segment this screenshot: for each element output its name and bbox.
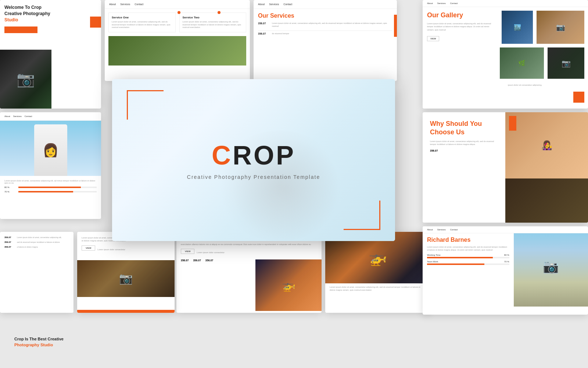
richard-skills: Working Time 80 % Team Work 70 % xyxy=(427,254,509,265)
skills-image: 👩 xyxy=(0,121,101,176)
richard-skill-2: Team Work 70 % xyxy=(427,261,509,265)
crop-subtitle: Creative Photography Presentation Templa… xyxy=(187,174,320,180)
nav-services-r[interactable]: Services xyxy=(437,229,446,231)
orange-dot-2 xyxy=(218,11,220,14)
main-background: CROP Creative Photography Presentation T… xyxy=(112,79,395,241)
stat-row-2: 356.07 sed do eiusmod tempor incididunt … xyxy=(4,241,69,244)
nav-contact[interactable]: Contact xyxy=(135,3,143,6)
footer-text: Crop Is The Best Creative Photography St… xyxy=(14,336,64,348)
gallery-img-2: 🏙️ xyxy=(502,11,533,44)
nav-services[interactable]: Services xyxy=(120,3,130,6)
orange-bar-right xyxy=(394,15,397,37)
mcl-lorem: Lorem ipsum dolor consectetur xyxy=(97,248,125,251)
choose-us-image: 🚁 xyxy=(255,259,322,311)
richard-nav: About Services Contact xyxy=(423,226,588,233)
nav-services-2[interactable]: Services xyxy=(269,3,279,6)
corner-bracket-br xyxy=(344,201,380,230)
stat-row-3: 356.07 ul labore et dolore magna xyxy=(4,246,69,248)
gallery-desc: Lorem ipsum dolor sit amet, consectetur … xyxy=(427,22,493,31)
os-row-1: 356.07 Lorem ipsum dolor sit amet, conse… xyxy=(258,22,392,28)
orange-strip xyxy=(77,310,175,313)
service-2-desc: Lorem ipsum dolor sit amet, consectetur … xyxy=(183,21,243,29)
welcome-orange: Studio xyxy=(4,17,18,22)
why-left: Why Should You Choose Us Lorem ipsum dol… xyxy=(423,112,505,223)
corner-bracket-tl xyxy=(127,90,164,120)
nav-services-sk[interactable]: Services xyxy=(13,115,22,117)
richard-image: 📷 xyxy=(514,226,588,307)
richard-card: About Services Contact Richard Barnes Lo… xyxy=(423,226,588,315)
orange-bar xyxy=(4,26,37,33)
why-right: 👩‍🎤 xyxy=(505,112,588,223)
stat-row-1: 356.07 Lorem ipsum dolor sit amet, conse… xyxy=(4,236,69,239)
why-orange-accent xyxy=(509,116,516,131)
stats-card: 356.07 Lorem ipsum dolor sit amet, conse… xyxy=(0,232,74,313)
rs-bar-1-bg xyxy=(427,257,509,258)
skill-bar-2 xyxy=(18,191,97,192)
why-num: 356.07 xyxy=(430,149,498,152)
choose-us-card: Choose Us exercitation ullamco laboris n… xyxy=(176,232,322,313)
main-card: CROP Creative Photography Presentation T… xyxy=(112,79,395,241)
richard-desc: Lorem ipsum dolor sit amet, consectetur … xyxy=(427,245,509,252)
nav-services-g[interactable]: Services xyxy=(437,2,446,4)
service-image xyxy=(108,36,246,66)
service-2-title: Service Two xyxy=(183,16,243,19)
nav-contact-2[interactable]: Contact xyxy=(283,3,292,6)
gallery-lorem: ipsum dolor sit consectetur adipiscing. xyxy=(508,84,542,86)
crop-logo: CROP xyxy=(212,140,295,170)
rs-bar-2-bg xyxy=(427,263,509,265)
our-services-nav: About Services Contact xyxy=(254,0,397,9)
nav-about-r[interactable]: About xyxy=(427,229,433,231)
welcome-card: Welcome To Crop Creative Photography Stu… xyxy=(0,0,101,109)
why-card: Why Should You Choose Us Lorem ipsum dol… xyxy=(423,112,588,223)
camera-image xyxy=(0,50,51,109)
gallery-nav: About Services Contact xyxy=(423,0,588,7)
nav-about-sk[interactable]: About xyxy=(4,115,10,117)
mid-center-left-card: Lorem ipsum dolor sit amet, consectetur … xyxy=(77,232,175,313)
services-nav: About Services Contact xyxy=(105,0,250,9)
gallery-view-btn[interactable]: VIEW xyxy=(427,36,439,41)
choose-us-desc: exercitation ullamco laboris nisi ut ali… xyxy=(181,243,317,246)
os-divider xyxy=(258,31,392,31)
why-img-top: 👩‍🎤 xyxy=(505,112,588,178)
gallery-card: About Services Contact Our Gallery Lorem… xyxy=(423,0,588,109)
richard-name: Richard Barnes xyxy=(427,237,509,243)
richard-left: Richard Barnes Lorem ipsum dolor sit ame… xyxy=(423,226,514,307)
richard-skill-1: Working Time 80 % xyxy=(427,254,509,258)
skills-lorem: Lorem ipsum dolor sit amet, consectetur … xyxy=(4,180,97,184)
stats-content: 356.07 Lorem ipsum dolor sit amet, conse… xyxy=(0,232,74,255)
skills-card: About Services Contact 👩 Lorem ipsum dol… xyxy=(0,112,101,219)
mcl-image: 📷 xyxy=(77,260,175,297)
why-title: Why Should You Choose Us xyxy=(430,120,498,137)
welcome-title: Welcome To Crop Creative Photography Stu… xyxy=(4,4,97,23)
nav-contact-r[interactable]: Contact xyxy=(450,229,458,231)
skills-bars: Lorem ipsum dolor sit amet, consectetur … xyxy=(0,176,101,199)
nav-about-g[interactable]: About xyxy=(427,2,433,4)
skill-bar-1 xyxy=(18,187,97,188)
stats-rows: 356.07 Lorem ipsum dolor sit amet, conse… xyxy=(4,236,69,248)
gallery-title: Our Gallery xyxy=(427,11,493,19)
nav-contact-sk[interactable]: Contact xyxy=(25,115,32,117)
drone-card: 🚁 Lorem ipsum dolor sit amet, consectetu… xyxy=(325,232,430,313)
nav-about[interactable]: About xyxy=(109,3,116,6)
why-desc: Lorem ipsum dolor sit amet, consectetur … xyxy=(430,140,498,146)
skill-row-2: 70 % xyxy=(4,191,97,193)
nav-about-2[interactable]: About xyxy=(258,3,265,6)
os-row-2: 356.07 do eiusmod tempor xyxy=(258,32,392,35)
drone-bottom: Lorem ipsum dolor sit amet, consectetur … xyxy=(325,283,430,294)
gallery-left: Our Gallery Lorem ipsum dolor sit amet, … xyxy=(423,7,497,106)
our-services-rows: 356.07 Lorem ipsum dolor sit amet, conse… xyxy=(254,19,397,41)
choose-us-view-btn[interactable]: VIEW xyxy=(181,249,194,254)
welcome-image xyxy=(0,50,51,109)
mcl-view-btn[interactable]: VIEW xyxy=(82,245,95,251)
skills-nav: About Services Contact xyxy=(0,112,101,121)
gallery-img-1: 📷 xyxy=(537,11,584,44)
nav-contact-g[interactable]: Contact xyxy=(450,2,458,4)
drone-text: Lorem ipsum dolor sit amet, consectetur … xyxy=(330,286,426,292)
service-1-title: Service One xyxy=(112,16,172,19)
our-services-card: About Services Contact Our Services 356.… xyxy=(254,0,397,81)
orange-dot-1 xyxy=(178,11,180,14)
orange-accent xyxy=(90,17,101,28)
service-1-desc: Lorem ipsum dolor sit amet, consectetur … xyxy=(112,21,172,29)
skill-row-1: 80 % xyxy=(4,186,97,188)
service-box-1: Service One Lorem ipsum dolor sit amet, … xyxy=(108,13,176,32)
